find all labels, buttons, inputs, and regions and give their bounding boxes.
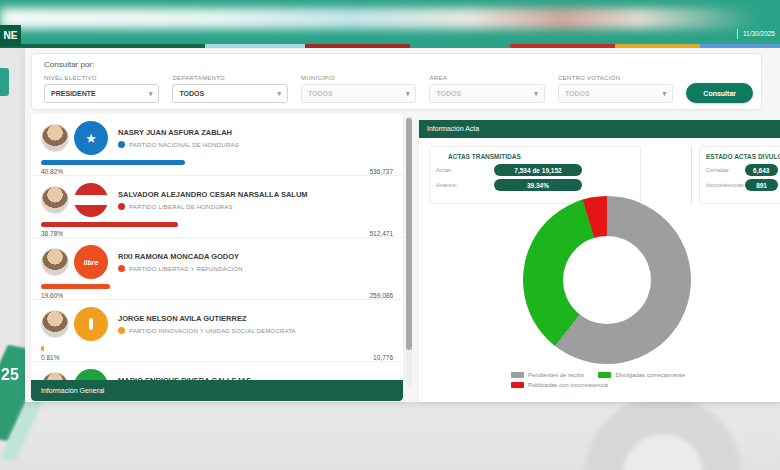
candidate-photo xyxy=(41,310,69,338)
party-logo-icon: libre xyxy=(74,245,108,279)
legend-swatch-green xyxy=(598,372,611,378)
candidate-row[interactable]: libre RIXI RAMONA MONCADA GODOY PARTIDO … xyxy=(31,238,403,300)
vote-count: 536,737 xyxy=(370,168,394,175)
vote-percent: 40.82% xyxy=(41,168,63,175)
candidate-row[interactable]: SALVADOR ALEJANDRO CESAR NARSALLA SALUM … xyxy=(31,176,403,238)
municipio-select[interactable]: TODOS▾ xyxy=(301,84,416,103)
header-date: 11/30/2025 xyxy=(737,29,775,39)
stats-divider xyxy=(691,146,692,204)
scrollbar-thumb[interactable] xyxy=(406,118,412,350)
vote-count: 512,471 xyxy=(370,230,394,237)
candidate-name: SALVADOR ALEJANDRO CESAR NARSALLA SALUM xyxy=(118,190,308,199)
vote-bar xyxy=(41,284,393,289)
candidate-row[interactable]: ★ NASRY JUAN ASFURA ZABLAH PARTIDO NACIO… xyxy=(31,114,403,176)
candidate-photo xyxy=(41,124,69,152)
estado-actas-box: ESTADO ACTAS DIVULGADAS Cerradas: 6,643 … xyxy=(699,146,780,204)
cerradas-label: Cerradas: xyxy=(706,167,745,173)
filter-label: ÁREA xyxy=(429,75,544,81)
top-header-bar xyxy=(0,0,780,44)
legend-swatch-red xyxy=(511,382,524,388)
party-name: PARTIDO LIBERAL DE HONDURAS xyxy=(129,204,233,210)
legend-swatch-gray xyxy=(511,372,524,378)
candidate-photo xyxy=(41,248,69,276)
avance-label: Avance: xyxy=(436,182,494,188)
header-decoration xyxy=(0,8,780,29)
consultar-button[interactable]: Consultar xyxy=(686,83,753,103)
vote-bar xyxy=(41,160,393,165)
acta-panel-header: Información Acta xyxy=(419,120,780,138)
acta-panel: Información Acta ACTAS TRANSMITIDAS Acta… xyxy=(419,120,780,402)
chevron-down-icon: ▾ xyxy=(534,90,538,98)
legend-label: Divulgadas correctamente xyxy=(615,372,685,378)
cne-logo[interactable]: NE xyxy=(0,25,21,46)
avance-value-badge: 39.34% xyxy=(494,179,582,191)
candidate-row[interactable]: JORGE NELSON AVILA GUTIERREZ PARTIDO INN… xyxy=(31,300,403,362)
party-name: PARTIDO NACIONAL DE HONDURAS xyxy=(129,142,239,148)
candidate-name: RIXI RAMONA MONCADA GODOY xyxy=(118,252,243,261)
candidate-photo xyxy=(41,186,69,214)
departamento-select[interactable]: TODOS▾ xyxy=(172,84,287,103)
vote-count: 259,086 xyxy=(370,292,394,299)
chevron-down-icon: ▾ xyxy=(149,90,153,98)
candidate-name: JORGE NELSON AVILA GUTIERREZ xyxy=(118,314,296,323)
actas-label: Actas: xyxy=(436,167,494,173)
filter-label: DEPARTAMENTO xyxy=(172,75,287,81)
party-color-strip xyxy=(0,44,780,48)
actas-value-badge: 7,534 de 19,152 xyxy=(494,164,582,176)
chevron-down-icon: ▾ xyxy=(663,90,667,98)
chart-legend: Pendientes de recibir Divulgadas correct… xyxy=(511,372,699,392)
chevron-down-icon: ▾ xyxy=(277,90,281,98)
filter-label: NIVEL ELECTIVO xyxy=(44,75,159,81)
party-color-dot xyxy=(118,327,125,334)
filter-title: Consultar por: xyxy=(44,60,94,69)
inconsistencias-value-badge: 891 xyxy=(745,179,778,191)
chevron-down-icon: ▾ xyxy=(406,90,410,98)
area-select[interactable]: TODOS▾ xyxy=(429,84,544,103)
filter-area: ÁREA TODOS▾ xyxy=(429,75,544,103)
filter-label: CENTRO VOTACIÓN xyxy=(558,75,673,81)
donut-chart xyxy=(523,196,691,364)
actas-transmitidas-title: ACTAS TRANSMITIDAS xyxy=(430,153,640,160)
candidate-results-panel: ★ NASRY JUAN ASFURA ZABLAH PARTIDO NACIO… xyxy=(31,114,403,401)
filter-panel: Consultar por: NIVEL ELECTIVO PRESIDENTE… xyxy=(31,53,762,110)
sidebar-tab[interactable] xyxy=(0,68,9,96)
vote-percent: 19.60% xyxy=(41,292,63,299)
filter-municipio: MUNICIPIO TODOS▾ xyxy=(301,75,416,103)
party-color-dot xyxy=(118,141,125,148)
candidate-name: NASRY JUAN ASFURA ZABLAH xyxy=(118,128,239,137)
legend-label: Publicadas con inconsistencia xyxy=(528,382,608,388)
inconsistencias-label: Inconsistencias: xyxy=(706,182,745,188)
legend-label: Pendientes de recibir xyxy=(528,372,584,378)
filter-nivel-electivo: NIVEL ELECTIVO PRESIDENTE▾ xyxy=(44,75,159,103)
party-logo-icon xyxy=(74,183,108,217)
main-content: Consultar por: NIVEL ELECTIVO PRESIDENTE… xyxy=(25,48,780,402)
scrollbar-track[interactable] xyxy=(406,116,412,386)
app-window: 25 NE 11/30/2025 Consultar por: NIVEL EL… xyxy=(0,0,780,470)
party-logo-icon: ★ xyxy=(74,121,108,155)
vote-percent: 0.81% xyxy=(41,354,59,361)
party-logo-icon xyxy=(74,307,108,341)
vote-count: 10,776 xyxy=(373,354,393,361)
filter-departamento: DEPARTAMENTO TODOS▾ xyxy=(172,75,287,103)
filter-label: MUNICIPIO xyxy=(301,75,416,81)
vote-percent: 38.78% xyxy=(41,230,63,237)
informacion-general-bar[interactable]: Información General xyxy=(31,380,403,401)
centro-votacion-select[interactable]: TODOS▾ xyxy=(558,84,673,103)
party-name: PARTIDO INNOVACION Y UNIDAD SOCIAL DEMOC… xyxy=(129,328,296,334)
party-color-dot xyxy=(118,265,125,272)
vote-bar xyxy=(41,222,393,227)
party-color-dot xyxy=(118,203,125,210)
nivel-electivo-select[interactable]: PRESIDENTE▾ xyxy=(44,84,159,103)
vote-bar xyxy=(41,346,393,351)
watermark-year: 25 xyxy=(1,366,19,384)
estado-actas-title: ESTADO ACTAS DIVULGADAS xyxy=(700,153,780,160)
filter-centro-votacion: CENTRO VOTACIÓN TODOS▾ xyxy=(558,75,673,103)
cerradas-value-badge: 6,643 xyxy=(745,164,778,176)
party-name: PARTIDO LIBERTAD Y REFUNDACION xyxy=(129,266,243,272)
